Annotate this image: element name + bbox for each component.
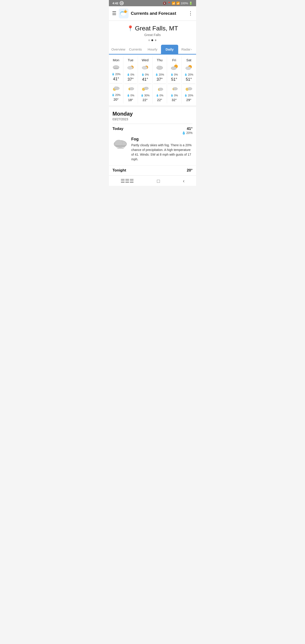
chevron-right-icon: › [191, 48, 192, 51]
svg-point-33 [188, 88, 192, 90]
day-col-thu[interactable]: Thu 💧 20% 37° 💧 0% [152, 56, 167, 104]
low-temp-fri: 32° [168, 98, 180, 102]
svg-point-17 [128, 66, 133, 69]
night-icon-tue [124, 85, 137, 93]
tab-radar[interactable]: Radar › [178, 45, 195, 54]
detail-precip-pct: 💧 20% [182, 131, 192, 134]
day-icon-thu [154, 64, 166, 72]
app-logo [119, 8, 128, 18]
day-icon-tue [124, 64, 137, 72]
night-icon-thu [154, 85, 166, 93]
detail-temps: 41° 💧 20% [182, 126, 192, 134]
low-temp-mon: 20° [110, 98, 122, 101]
status-bar: 4:42 16 🔇 📍 📶 📶 100% 🔋 [109, 0, 196, 6]
tab-hourly[interactable]: Hourly [144, 45, 161, 54]
precip-day-wed: 💧 0% [139, 73, 152, 76]
high-temp-mon: 41° [110, 77, 122, 82]
location-sub: Great Falls [111, 33, 194, 37]
notification-badge: 16 [120, 1, 124, 5]
night-icon-wed [139, 85, 152, 93]
location-icon: 📍 [167, 2, 171, 5]
detail-date: 03/27/2023 [112, 118, 192, 121]
low-temp-thu: 22° [154, 98, 166, 102]
svg-point-22 [144, 87, 148, 90]
tabs-bar: Overview Currents Hourly Daily Radar › [109, 45, 196, 54]
svg-point-25 [158, 88, 163, 90]
day-col-wed[interactable]: Wed 💧 0% 41° 💧 30% [138, 56, 152, 104]
location-pin-icon: 📍 [127, 25, 134, 32]
tonight-temp: 20° [187, 168, 192, 173]
dot-2 [152, 39, 153, 41]
day-col-tue[interactable]: Tue 💧 0% 37° 💧 0% [124, 56, 138, 104]
svg-point-29 [173, 88, 178, 90]
day-name-sat: Sat [182, 58, 195, 62]
hamburger-menu-button[interactable]: ☰ [112, 10, 116, 16]
nav-menu-button[interactable]: ☰☰☰ [120, 178, 134, 184]
high-temp-fri: 51° [168, 77, 180, 82]
high-temp-sat: 51° [182, 77, 195, 82]
precip-night-mon: 💧 20% [110, 94, 122, 96]
precip-day-fri: 💧 0% [168, 73, 180, 76]
nav-home-button[interactable]: □ [157, 178, 160, 184]
svg-point-35 [115, 140, 123, 146]
precip-night-thu: 💧 0% [154, 94, 166, 97]
detail-drop-icon: 💧 [182, 131, 186, 134]
day-icon-fri [168, 64, 180, 72]
precip-day-sat: 💧 20% [182, 73, 195, 76]
wifi-icon: 📶 [172, 2, 175, 5]
svg-point-15 [114, 86, 118, 89]
drop-icon: 💧 [112, 73, 115, 76]
night-icon-sat [182, 85, 195, 93]
detail-text-block: Fog Partly cloudy skies with fog. There … [131, 137, 192, 162]
daily-forecast-grid: Mon 💧 20% 41° [109, 54, 196, 105]
svg-point-20 [142, 66, 147, 69]
tonight-row: Tonight 20° [109, 165, 196, 175]
tab-daily[interactable]: Daily [161, 45, 178, 54]
high-temp-thu: 37° [154, 77, 166, 82]
battery-text: 100% [181, 2, 188, 5]
low-temp-tue: 18° [124, 98, 137, 102]
svg-point-28 [171, 67, 176, 70]
tab-currents[interactable]: Currents [127, 45, 144, 54]
day-col-fri[interactable]: Fri 💧 0% 51° [167, 56, 182, 104]
detail-section: Monday 03/27/2023 Today 41° 💧 20% Fog Pa… [109, 107, 196, 165]
svg-point-10 [113, 66, 119, 69]
status-icons: 🔇 📍 📶 📶 100% 🔋 [163, 2, 192, 5]
precip-night-fri: 💧 0% [168, 94, 180, 97]
nav-bar: ☰ Currents and Forecast ⋮ [109, 6, 196, 21]
precip-day-thu: 💧 20% [154, 73, 166, 76]
more-options-button[interactable]: ⋮ [188, 10, 193, 16]
nav-title: Currents and Forecast [131, 11, 186, 16]
detail-weather-icon [112, 137, 128, 154]
dot-add[interactable]: + [154, 38, 156, 42]
detail-today-row: Today 41° 💧 20% [112, 126, 192, 134]
precip-day-mon: 💧 20% [110, 73, 122, 76]
location-header: 📍 Great Falls, MT Great Falls + [109, 21, 196, 45]
svg-point-24 [157, 66, 161, 69]
day-icon-mon [110, 64, 122, 72]
detail-day-name: Monday [112, 111, 192, 117]
precip-night-tue: 💧 0% [124, 94, 137, 97]
svg-point-18 [130, 88, 134, 90]
nav-back-button[interactable]: ‹ [183, 178, 184, 184]
dot-1 [148, 39, 150, 41]
day-name-mon: Mon [110, 58, 122, 62]
signal-icon: 📶 [176, 2, 180, 5]
detail-description: Partly cloudy skies with fog. There is a… [131, 143, 192, 162]
night-icon-fri [168, 85, 180, 93]
battery-icon: 🔋 [189, 2, 192, 5]
high-temp-tue: 37° [124, 77, 137, 82]
tab-overview[interactable]: Overview [110, 45, 127, 54]
svg-point-3 [124, 10, 127, 13]
precip-day-tue: 💧 0% [124, 73, 137, 76]
bottom-nav: ☰☰☰ □ ‹ [109, 175, 196, 186]
precip-night-sat: 💧 20% [182, 94, 195, 97]
day-col-mon[interactable]: Mon 💧 20% 41° [109, 56, 124, 104]
location-name: 📍 Great Falls, MT [111, 25, 194, 32]
detail-high-temp: 41° [182, 126, 192, 131]
detail-label: Today [112, 126, 124, 131]
tonight-label: Tonight [112, 168, 126, 173]
day-name-thu: Thu [154, 58, 166, 62]
day-col-sat[interactable]: Sat 💧 20% 51° 💧 20% [182, 56, 196, 104]
high-temp-wed: 41° [139, 77, 152, 82]
